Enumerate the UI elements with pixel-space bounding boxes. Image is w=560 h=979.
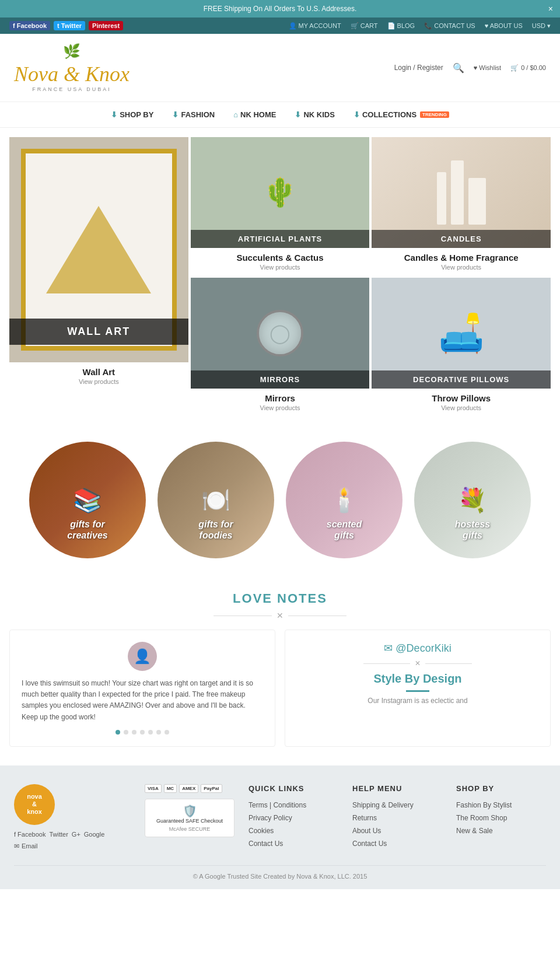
nav-label-nkkids: NK KIDS	[303, 110, 334, 119]
top-nav: f Facebook t Twitter Pinterest 👤 MY ACCO…	[0, 18, 560, 34]
footer-google-plus[interactable]: G+	[72, 831, 80, 838]
cart-area[interactable]: 🛒 0 / $0.00	[510, 64, 546, 72]
plants-name: Succulents & Cactus	[193, 253, 368, 263]
gift-creatives-bg: 📚	[29, 442, 146, 558]
contact-help-link[interactable]: Contact Us	[352, 840, 387, 848]
twitter-link[interactable]: t Twitter	[54, 21, 85, 30]
dot-6[interactable]	[156, 730, 161, 735]
triangle-decoration	[46, 206, 151, 293]
instagram-handle[interactable]: ✉ @DecorKiki	[297, 642, 538, 655]
logo-area[interactable]: 🌿 Nova & Knox FRANCE USA DUBAI	[14, 43, 130, 92]
candle-1	[437, 172, 446, 225]
footer-logo-text: nova&knox	[27, 793, 42, 816]
list-item: Terms | Conditions	[249, 800, 338, 809]
contact-quick-link[interactable]: Contact Us	[249, 840, 283, 848]
instagram-card: ✉ @DecorKiki ✕ Style By Design Our Insta…	[285, 630, 551, 747]
about-us-footer-link[interactable]: About Us	[352, 827, 381, 835]
dot-4[interactable]	[140, 730, 145, 735]
pinterest-link[interactable]: Pinterest	[89, 21, 123, 30]
cart-icon: 🛒	[510, 64, 519, 72]
shop-by-list: Fashion By Stylist The Room Shop New & S…	[456, 800, 546, 835]
room-shop-link[interactable]: The Room Shop	[456, 814, 507, 822]
mirrors-image: ◯ MIRRORS	[191, 278, 370, 389]
footer-logo: nova&knox	[14, 784, 55, 825]
blog-link[interactable]: 📄 BLOG	[387, 22, 415, 30]
gift-foodies-label: gifts forfoodies	[158, 519, 274, 541]
plants-info: Succulents & Cactus View products	[191, 248, 370, 275]
dot-5[interactable]	[148, 730, 153, 735]
security-badge: 🛡️ Guaranteed SAFE Checkout McAfee SECUR…	[145, 799, 235, 837]
list-item: Contact Us	[352, 838, 442, 848]
list-item: Cookies	[249, 826, 338, 835]
wall-art-view[interactable]: View products	[12, 378, 186, 385]
copyright-text: © A Google Trusted Site Created by Nova …	[193, 873, 368, 880]
cookies-link[interactable]: Cookies	[249, 827, 274, 835]
new-sale-link[interactable]: New & Sale	[456, 827, 493, 835]
candles-item[interactable]: CANDLES Candles & Home Fragrance View pr…	[372, 137, 551, 275]
plants-item[interactable]: 🌵 ARTIFICIAL PLANTS Succulents & Cactus …	[191, 137, 370, 275]
creatives-icon: 📚	[73, 487, 102, 514]
wall-art-info: Wall Art View products	[9, 362, 188, 390]
contact-us-toplink[interactable]: 📞 CONTACT US	[424, 22, 475, 30]
candles-name: Candles & Home Fragrance	[374, 253, 548, 263]
footer-google[interactable]: Google	[84, 831, 104, 838]
gift-scented[interactable]: 🕯️ scentedgifts	[286, 442, 402, 558]
fashion-stylist-link[interactable]: Fashion By Stylist	[456, 801, 512, 809]
privacy-link[interactable]: Privacy Policy	[249, 814, 292, 822]
plants-view[interactable]: View products	[193, 264, 368, 271]
insta-div-sym: ✕	[415, 659, 421, 667]
nav-icon-shopby: ⬇	[111, 110, 117, 119]
main-nav: ⬇ SHOP BY ⬇ FASHION ⌂ NK HOME ⬇ NK KIDS …	[0, 102, 560, 128]
dot-1[interactable]	[116, 730, 120, 735]
login-register[interactable]: Login / Register	[394, 64, 443, 72]
nav-nkkids[interactable]: ⬇ NK KIDS	[295, 110, 334, 119]
footer-help-menu: HELP MENU Shipping & Delivery Returns Ab…	[352, 784, 442, 851]
dot-3[interactable]	[132, 730, 136, 735]
footer-email[interactable]: ✉ Email	[14, 842, 131, 850]
list-item: Privacy Policy	[249, 813, 338, 822]
nav-fashion[interactable]: ⬇ FASHION	[172, 110, 215, 119]
returns-link[interactable]: Returns	[352, 814, 377, 822]
terms-link[interactable]: Terms | Conditions	[249, 801, 306, 809]
wishlist-icon-area[interactable]: ♥ Wishlist	[474, 64, 501, 71]
mirrors-info: Mirrors View products	[191, 389, 370, 416]
announcement-close[interactable]: ×	[548, 4, 553, 13]
dot-7[interactable]	[164, 730, 169, 735]
search-icon[interactable]: 🔍	[453, 62, 464, 74]
pillow-icon: 🛋️	[438, 312, 485, 355]
pillows-view[interactable]: View products	[374, 404, 548, 411]
mirrors-item[interactable]: ◯ MIRRORS Mirrors View products	[191, 278, 370, 416]
dot-2[interactable]	[124, 730, 128, 735]
wall-art-item[interactable]: WALL ART Wall Art View products	[9, 137, 188, 416]
visa-icon: VISA	[145, 784, 162, 793]
cart-link[interactable]: 🛒 CART	[351, 22, 378, 30]
divider-line-right	[288, 616, 346, 616]
footer-twitter[interactable]: Twitter	[49, 831, 68, 838]
gift-creatives[interactable]: 📚 gifts forcreatives	[29, 442, 146, 558]
instagram-divider: ✕	[297, 659, 538, 667]
currency-selector[interactable]: USD ▾	[532, 22, 551, 30]
gift-foodies[interactable]: 🍽️ gifts forfoodies	[158, 442, 274, 558]
gift-hostess[interactable]: 💐 hostessgifts	[414, 442, 531, 558]
mirrors-view[interactable]: View products	[193, 404, 368, 411]
paypal-icon: PayPal	[201, 784, 222, 793]
nav-nkhome[interactable]: ⌂ NK HOME	[233, 110, 276, 119]
candles-view[interactable]: View products	[374, 264, 548, 271]
mirrors-name: Mirrors	[193, 393, 368, 403]
list-item: Fashion By Stylist	[456, 800, 546, 809]
payment-icons: VISA MC AMEX PayPal	[145, 784, 235, 793]
nav-collections[interactable]: ⬇ COLLECTIONS TRENDING	[354, 110, 449, 119]
nav-shop-by[interactable]: ⬇ SHOP BY	[111, 110, 153, 119]
wall-art-label: WALL ART	[9, 319, 188, 345]
shipping-link[interactable]: Shipping & Delivery	[352, 801, 414, 809]
about-us-toplink[interactable]: ♥ ABOUT US	[485, 22, 523, 29]
list-item: Shipping & Delivery	[352, 800, 442, 809]
facebook-link[interactable]: f Facebook	[9, 21, 50, 30]
my-account-link[interactable]: 👤 MY ACCOUNT	[289, 22, 341, 30]
email-label: Email	[22, 842, 38, 849]
footer-facebook[interactable]: f Facebook	[14, 831, 46, 838]
candle-3	[468, 178, 486, 225]
insta-div-right	[425, 663, 472, 664]
trending-badge: TRENDING	[420, 111, 449, 118]
pillows-item[interactable]: 🛋️ DECORATIVE PILLOWS Throw Pillows View…	[372, 278, 551, 416]
